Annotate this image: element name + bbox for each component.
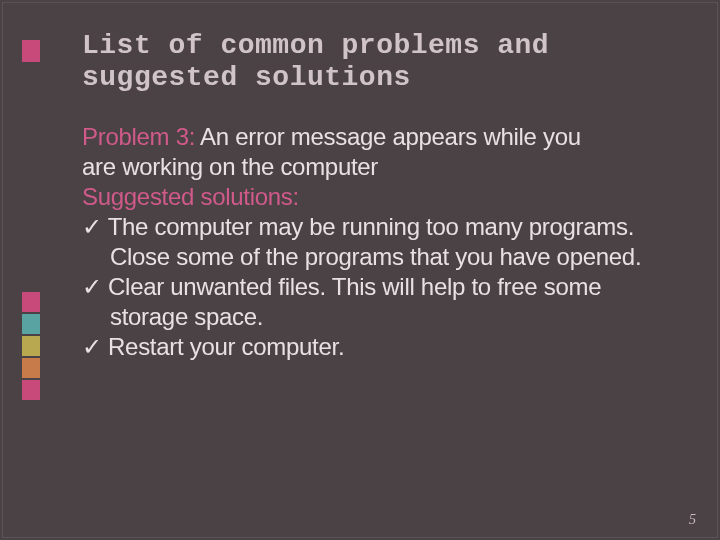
bullet-text: Clear unwanted files. This will help to … bbox=[108, 273, 601, 330]
problem-line-1: Problem 3: An error message appears whil… bbox=[82, 122, 680, 152]
bullet-item: ✓ Restart your computer. bbox=[82, 332, 680, 362]
stripe-pink bbox=[22, 40, 40, 62]
slide-title: List of common problems and suggested so… bbox=[82, 30, 680, 94]
stripe-pink bbox=[22, 380, 40, 400]
bullet-item: ✓ The computer may be running too many p… bbox=[82, 212, 680, 272]
stripe-olive bbox=[22, 336, 40, 356]
stripe-teal bbox=[22, 314, 40, 334]
bullet-text: Restart your computer. bbox=[108, 333, 344, 360]
problem-text-1: An error message appears while you bbox=[195, 123, 581, 150]
slide-body: Problem 3: An error message appears whil… bbox=[82, 122, 680, 362]
problem-line-2: are working on the computer bbox=[82, 152, 680, 182]
checkmark-icon: ✓ bbox=[82, 333, 102, 360]
sidebar-accent-lower bbox=[22, 292, 40, 402]
sidebar-accent-top bbox=[22, 40, 40, 66]
stripe-pink bbox=[22, 292, 40, 312]
suggested-solutions-label: Suggested solutions: bbox=[82, 182, 680, 212]
slide-content: List of common problems and suggested so… bbox=[82, 30, 680, 362]
checkmark-icon: ✓ bbox=[82, 213, 102, 240]
stripe-orange bbox=[22, 358, 40, 378]
checkmark-icon: ✓ bbox=[82, 273, 102, 300]
bullet-text: The computer may be running too many pro… bbox=[108, 213, 642, 270]
problem-label: Problem 3: bbox=[82, 123, 195, 150]
page-number: 5 bbox=[689, 512, 696, 528]
bullet-item: ✓ Clear unwanted files. This will help t… bbox=[82, 272, 680, 332]
